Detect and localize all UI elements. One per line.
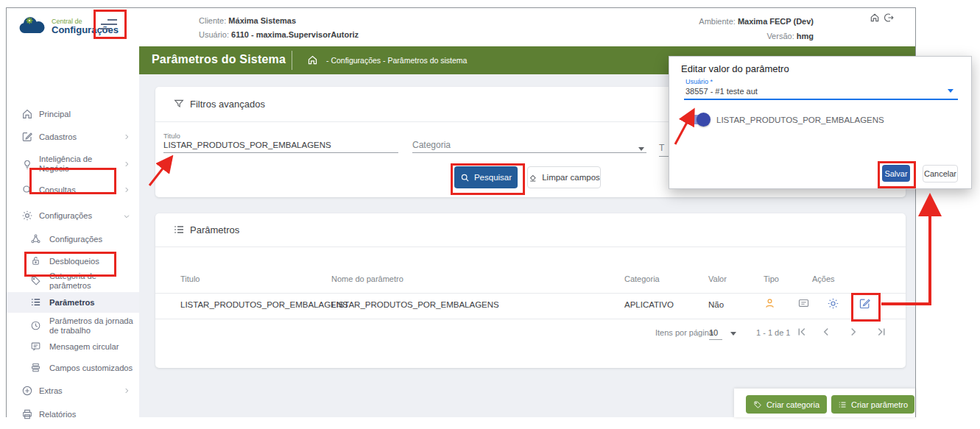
sidebar-item-label: Mensagem circular xyxy=(49,342,135,352)
items-per-page-label: Itens por página xyxy=(655,328,713,337)
sidebar-item-relatorios[interactable]: Relatórios xyxy=(7,405,139,423)
edit-parameter-modal: Editar valor do parâmetro Usuário * 3855… xyxy=(669,56,972,189)
screenshot-canvas: Central de Configurações Cliente: Máxima… xyxy=(0,0,980,429)
user-value: 6110 - maxima.SupervisorAutoriz xyxy=(231,30,359,39)
pesquisar-button-label: Pesquisar xyxy=(474,173,512,182)
gear-icon[interactable] xyxy=(827,297,839,310)
breadcrumb-home-icon[interactable] xyxy=(307,54,318,65)
cell-categoria: APLICATIVO xyxy=(624,300,674,309)
sidebar-item-configuracoes[interactable]: Configurações xyxy=(7,207,139,224)
menu-toggle-icon[interactable] xyxy=(98,15,120,34)
version-label: Versão: xyxy=(766,32,794,40)
col-header-nome: Nome do parâmetro xyxy=(331,274,403,283)
printer-icon xyxy=(21,408,33,420)
sidebar-item-label: Parâmetros da jornada de trabalho xyxy=(49,316,135,336)
sidebar-item-label: Principal xyxy=(39,110,113,119)
chevron-right-icon xyxy=(123,186,130,194)
comment-icon[interactable] xyxy=(797,297,810,310)
lightbulb-icon xyxy=(21,158,33,170)
sidebar-item-campos-customizados[interactable]: Campos customizados xyxy=(7,359,139,377)
dropdown-caret-icon[interactable] xyxy=(638,147,644,151)
sidebar-item-label: Campos customizados xyxy=(49,364,135,373)
sidebar-item-consultas[interactable]: Consultas xyxy=(7,181,139,199)
col-header-categoria: Categoria xyxy=(624,274,660,283)
sidebar-item-label: Inteligência de Negócio xyxy=(39,155,113,174)
tag-icon xyxy=(30,275,42,287)
usuario-select-value[interactable]: 38557 - #1 teste aut xyxy=(685,87,758,96)
prev-page-icon[interactable] xyxy=(819,325,833,338)
divider xyxy=(155,319,906,319)
chevron-down-icon xyxy=(123,213,130,220)
cloud-logo-icon xyxy=(17,15,46,38)
sidebar-item-label: Configurações xyxy=(39,211,113,221)
usuario-field-underline xyxy=(684,99,958,100)
criar-parametro-label: Criar parâmetro xyxy=(851,400,908,409)
gear-icon xyxy=(21,210,33,221)
titulo-input[interactable] xyxy=(163,141,398,153)
sidebar-item-label: Categoria de parâmetros xyxy=(49,272,135,291)
sidebar-item-categoria-de-parametros[interactable]: Categoria de parâmetros xyxy=(7,271,139,291)
criar-categoria-label: Criar categoria xyxy=(766,400,819,409)
modal-title: Editar valor do parâmetro xyxy=(681,63,789,74)
sidebar-item-label: Parâmetros xyxy=(49,298,135,308)
tipo-field-partial: T xyxy=(659,143,664,153)
sidebar-item-mensagem-circular[interactable]: Mensagem circular xyxy=(7,338,139,355)
col-header-acoes: Ações xyxy=(812,274,835,283)
header-icons xyxy=(870,13,894,23)
sidebar-item-extras[interactable]: Extras xyxy=(7,382,139,400)
breadcrumb: - Configurações - Parâmetros do sistema xyxy=(326,56,467,65)
cancelar-button[interactable]: Cancelar xyxy=(923,165,958,182)
list-icon xyxy=(30,297,42,308)
col-header-titulo: Titulo xyxy=(180,274,200,283)
pesquisar-button[interactable]: Pesquisar xyxy=(454,166,518,188)
edit-icon[interactable] xyxy=(859,297,871,310)
parameter-toggle[interactable] xyxy=(684,115,709,124)
cancelar-button-label: Cancelar xyxy=(924,169,956,178)
hub-icon xyxy=(30,233,42,245)
last-page-icon[interactable] xyxy=(875,325,888,338)
filters-title: Filtros avançados xyxy=(190,99,265,110)
logout-icon[interactable] xyxy=(884,13,894,23)
sidebar-item-label: Cadastros xyxy=(39,132,113,142)
sidebar-item-inteligencia-de-negocio[interactable]: Inteligência de Negócio xyxy=(7,154,139,174)
chevron-right-icon xyxy=(123,160,130,168)
parametros-panel: Parâmetros Titulo Nome do parâmetro Cate… xyxy=(155,213,906,368)
env-label: Ambiente: xyxy=(699,17,736,26)
sidebar-item-configuracoes-sub[interactable]: Configurações xyxy=(7,230,139,248)
salvar-button-label: Salvar xyxy=(884,169,907,178)
page-size-select[interactable]: 10 xyxy=(709,328,722,340)
stack-icon xyxy=(30,362,42,374)
chevron-right-icon xyxy=(123,387,130,394)
client-label: Cliente: xyxy=(199,16,226,25)
sidebar-item-label: Relatórios xyxy=(39,410,113,419)
categoria-select[interactable] xyxy=(412,141,646,153)
header-env-version: Ambiente: Maxima FECP (Dev) Versão: hmg xyxy=(699,14,814,43)
sidebar-item-parametros[interactable]: Parâmetros xyxy=(7,294,139,311)
sidebar-item-cadastros[interactable]: Cadastros xyxy=(7,128,139,146)
criar-parametro-button[interactable]: Criar parâmetro xyxy=(831,395,914,414)
sidebar: Principal Cadastros Inteligência de Negó… xyxy=(7,46,139,417)
home-icon xyxy=(21,108,33,120)
next-page-icon[interactable] xyxy=(847,325,860,338)
header-client-user: Cliente: Máxima Sistemas Usuário: 6110 -… xyxy=(199,14,359,42)
limpar-campos-button[interactable]: Limpar campos xyxy=(527,166,601,188)
divider xyxy=(155,293,906,294)
sidebar-item-parametros-jornada[interactable]: Parâmetros da jornada de trabalho xyxy=(7,316,139,336)
sidebar-item-principal[interactable]: Principal xyxy=(7,105,139,123)
page-size-caret-icon[interactable] xyxy=(730,332,736,336)
usuario-caret-icon[interactable] xyxy=(948,89,953,93)
salvar-button[interactable]: Salvar xyxy=(882,165,910,182)
chevron-right-icon xyxy=(123,133,130,141)
limpar-campos-button-label: Limpar campos xyxy=(542,173,600,182)
parametros-title: Parâmetros xyxy=(190,224,239,235)
toggle-knob xyxy=(697,113,711,127)
first-page-icon[interactable] xyxy=(795,325,808,338)
message-icon xyxy=(30,341,42,352)
page-title: Parâmetros do Sistema xyxy=(152,53,286,66)
person-icon xyxy=(764,297,776,310)
parameter-toggle-label: LISTAR_PRODUTOS_POR_EMBALAGENS xyxy=(716,116,884,124)
sidebar-item-desbloqueios[interactable]: Desbloqueios xyxy=(7,252,139,270)
criar-categoria-button[interactable]: Criar categoria xyxy=(746,395,827,414)
home-icon[interactable] xyxy=(870,13,880,23)
cell-nome: LISTAR_PRODUTOS_POR_EMBALAGENS xyxy=(331,300,499,309)
